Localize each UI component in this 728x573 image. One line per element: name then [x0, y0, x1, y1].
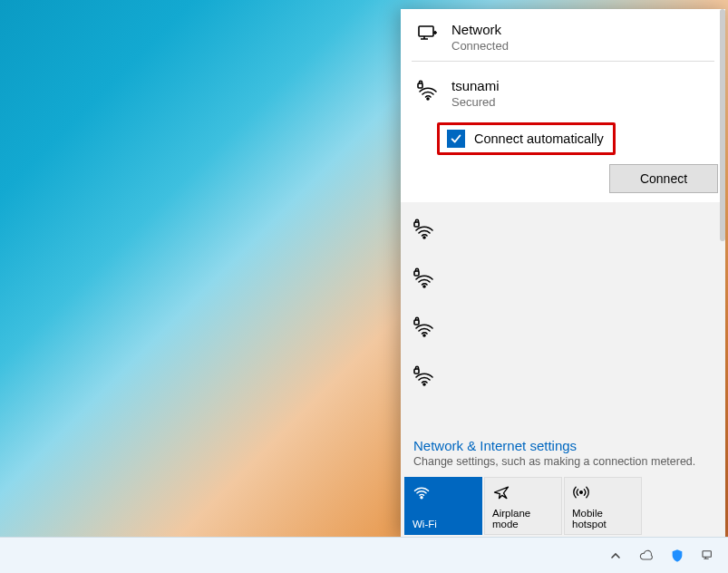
tray-cloud-icon[interactable] — [637, 547, 655, 565]
selected-network-icon-col — [417, 78, 451, 104]
taskbar — [0, 537, 728, 573]
wifi-secure-icon — [413, 365, 435, 390]
svg-point-7 — [423, 335, 425, 336]
flyout-header: Network Connected — [401, 9, 725, 202]
network-header-row[interactable]: Network Connected — [401, 9, 725, 61]
svg-rect-0 — [419, 26, 433, 36]
tray-network-icon[interactable] — [699, 547, 717, 565]
tray-chevron-up-icon[interactable] — [607, 547, 625, 565]
svg-point-3 — [423, 237, 425, 238]
tile-hotspot[interactable]: Mobile hotspot — [564, 477, 642, 535]
hotspot-icon — [572, 483, 634, 501]
svg-point-1 — [427, 98, 429, 100]
connect-automatically-label: Connect automatically — [474, 131, 604, 146]
network-title: Network — [451, 22, 709, 39]
network-row[interactable] — [401, 353, 725, 402]
tile-hotspot-label: Mobile hotspot — [572, 508, 634, 530]
selected-network-row[interactable]: tsunami Secured — [401, 65, 725, 117]
connect-automatically-row[interactable]: Connect automatically — [437, 122, 616, 155]
network-settings-link[interactable]: Network & Internet settings — [413, 438, 713, 453]
svg-point-11 — [421, 497, 422, 499]
network-row[interactable] — [401, 304, 725, 353]
network-flyout: Network Connected — [401, 9, 725, 537]
tile-wifi-label: Wi-Fi — [413, 519, 474, 530]
svg-point-9 — [423, 384, 425, 385]
wifi-secure-icon — [413, 316, 435, 341]
network-row[interactable] — [401, 255, 725, 304]
tile-wifi[interactable]: Wi-Fi — [404, 477, 482, 535]
airplane-icon — [492, 483, 554, 501]
wifi-secure-icon — [417, 80, 439, 104]
tray-security-shield-icon[interactable] — [668, 547, 686, 565]
selected-network-security: Secured — [451, 95, 709, 110]
wifi-icon — [413, 483, 474, 501]
quick-action-tiles: Wi-Fi Airplane mode Mobi — [401, 477, 725, 537]
monitor-network-icon — [417, 24, 439, 48]
other-networks-list — [401, 202, 725, 438]
wifi-secure-icon — [413, 219, 435, 243]
network-row[interactable] — [401, 206, 725, 255]
network-status: Connected — [451, 39, 709, 53]
svg-rect-13 — [703, 550, 711, 557]
network-header-icon-col — [417, 22, 451, 48]
flyout-inner: Network Connected — [401, 9, 725, 537]
connect-button[interactable]: Connect — [609, 164, 718, 193]
connect-button-row: Connect — [401, 164, 725, 193]
tile-airplane-label: Airplane mode — [492, 508, 554, 530]
selected-network-ssid: tsunami — [451, 78, 709, 95]
tile-airplane[interactable]: Airplane mode — [484, 477, 562, 535]
divider — [412, 61, 714, 62]
settings-footer: Network & Internet settings Change setti… — [401, 438, 725, 477]
network-settings-description: Change settings, such as making a connec… — [413, 455, 713, 468]
connect-automatically-checkbox[interactable] — [447, 130, 465, 148]
svg-point-12 — [580, 491, 583, 494]
svg-point-5 — [423, 286, 425, 287]
wifi-secure-icon — [413, 267, 435, 292]
